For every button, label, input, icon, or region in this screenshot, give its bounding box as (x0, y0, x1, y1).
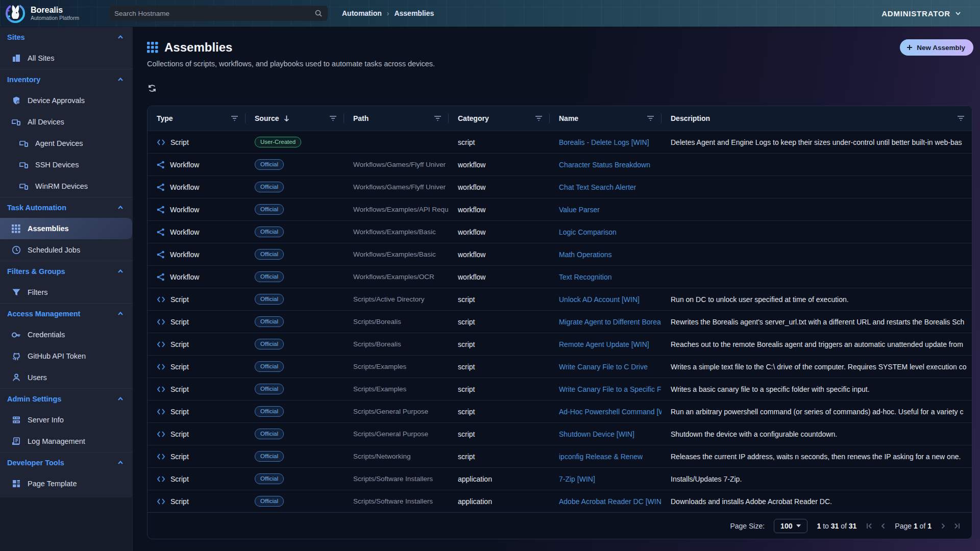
sidebar-item-winrm-devices[interactable]: WinRM Devices (0, 176, 132, 197)
sidebar-item-credentials[interactable]: Credentials (0, 324, 132, 345)
table-row[interactable]: Script User-Created script Borealis - De… (148, 131, 972, 153)
table-row[interactable]: Script Official Scripts/Examples script … (148, 355, 972, 378)
assembly-name-link[interactable]: Value Parser (559, 206, 600, 214)
brand-subtitle: Automation Platform (31, 15, 79, 21)
table-row[interactable]: Workflow Official Workflows/Examples/Bas… (148, 243, 972, 265)
source-cell: Official (246, 333, 344, 355)
search-input[interactable] (114, 10, 314, 17)
assembly-name-link[interactable]: Chat Text Search Alerter (559, 183, 636, 191)
assembly-name-link[interactable]: Remote Agent Update [WIN] (559, 340, 649, 348)
sort-desc-icon[interactable] (283, 115, 290, 122)
assembly-name-link[interactable]: Adobe Acrobat Reader DC [WIN (559, 497, 662, 506)
assembly-name-link[interactable]: Write Canary File to a Specific F (559, 385, 661, 393)
assembly-name-link[interactable]: Migrate Agent to Different Borea (559, 318, 661, 326)
sidebar-item-filters[interactable]: Filters (0, 282, 132, 303)
sidebar-item-log-management[interactable]: Log Management (0, 431, 132, 452)
filter-icon[interactable] (647, 115, 654, 121)
last-page-icon[interactable] (953, 522, 961, 530)
chevron-up-icon (117, 395, 124, 403)
column-header-type[interactable]: Type (148, 106, 246, 131)
section-header-task-automation[interactable]: Task Automation (0, 197, 132, 218)
column-header-path[interactable]: Path (344, 106, 449, 131)
assembly-name-link[interactable]: Text Recognition (559, 273, 612, 281)
table-row[interactable]: Workflow Official Workflows/Examples/OCR… (148, 265, 972, 288)
assembly-name-link[interactable]: ipconfig Release & Renew (559, 453, 643, 461)
table-row[interactable]: Script Official Scripts/Networking scrip… (148, 445, 972, 467)
type-label: Script (170, 385, 189, 393)
table-row[interactable]: Script Official Scripts/General Purpose … (148, 422, 972, 445)
table-row[interactable]: Script Official Scripts/Borealis script … (148, 333, 972, 355)
table-row[interactable]: Script Official Scripts/Software Install… (148, 467, 972, 490)
type-label: Workflow (170, 273, 199, 281)
column-header-name[interactable]: Name (550, 106, 662, 131)
breadcrumb-current[interactable]: Assemblies (394, 9, 434, 17)
section-header-sites[interactable]: Sites (0, 27, 132, 47)
category-cell: script (449, 333, 550, 355)
user-menu[interactable]: ADMINISTRATOR (881, 9, 962, 18)
pagination-bar: Page Size: 100 1 to 31 of 31 Page 1 of 1 (148, 512, 972, 539)
table-row[interactable]: Workflow Official Workflows/Games/Flyff … (148, 153, 972, 176)
page-size-select[interactable]: 100 (774, 519, 807, 533)
breadcrumb-parent[interactable]: Automation (342, 9, 382, 17)
sidebar-item-github-api-token[interactable]: GitHub API Token (0, 345, 132, 367)
chevron-up-icon (117, 204, 124, 211)
assembly-name-link[interactable]: Math Operations (559, 251, 612, 259)
table-row[interactable]: Workflow Official Workflows/Examples/Bas… (148, 220, 972, 243)
workflow-icon (157, 206, 165, 214)
refresh-icon[interactable] (147, 83, 157, 93)
sidebar-item-label: SSH Devices (35, 161, 79, 169)
devices-icon (19, 139, 29, 148)
category-cell: script (449, 356, 550, 378)
code-icon (157, 453, 165, 460)
assembly-name-link[interactable]: Ad-Hoc Powershell Command [W (559, 408, 662, 416)
section-header-admin-settings[interactable]: Admin Settings (0, 389, 132, 409)
filter-icon[interactable] (231, 115, 238, 121)
sidebar-item-all-sites[interactable]: All Sites (0, 47, 132, 69)
assembly-name-link[interactable]: Logic Comparison (559, 228, 617, 236)
hostname-search[interactable] (109, 6, 328, 21)
section-header-inventory[interactable]: Inventory (0, 69, 132, 90)
assembly-name-link[interactable]: Unlock AD Account [WIN] (559, 295, 640, 304)
sidebar-item-scheduled-jobs[interactable]: Scheduled Jobs (0, 239, 132, 261)
sidebar-item-agent-devices[interactable]: Agent Devices (0, 133, 132, 154)
name-cell: 7-Zip [WIN] (550, 468, 662, 490)
column-header-description[interactable]: Description (662, 106, 972, 131)
new-assembly-button[interactable]: New Assembly (900, 39, 973, 56)
workflow-icon (157, 273, 165, 281)
path-cell: Workflows/Games/Flyff Univer (344, 154, 449, 176)
sidebar-item-all-devices[interactable]: All Devices (0, 111, 132, 133)
previous-page-icon[interactable] (880, 522, 886, 530)
section-header-filters-groups[interactable]: Filters & Groups (0, 261, 132, 282)
sidebar-item-server-info[interactable]: Server Info (0, 409, 132, 431)
table-row[interactable]: Script Official Scripts/Examples script … (148, 378, 972, 400)
brand: Borealis Automation Platform (0, 3, 128, 23)
column-header-category[interactable]: Category (449, 106, 550, 131)
sidebar-item-page-template[interactable]: Page Template (0, 473, 132, 494)
table-row[interactable]: Script Official Scripts/Active Directory… (148, 288, 972, 310)
table-row[interactable]: Script Official Scripts/General Purpose … (148, 400, 972, 422)
sidebar-item-ssh-devices[interactable]: SSH Devices (0, 154, 132, 176)
table-row[interactable]: Script Official Scripts/Borealis script … (148, 310, 972, 333)
assembly-name-link[interactable]: Shutdown Device [WIN] (559, 430, 634, 438)
table-row[interactable]: Script Official Scripts/Software Install… (148, 490, 972, 512)
type-cell: Workflow (148, 198, 246, 220)
next-page-icon[interactable] (941, 522, 946, 530)
assembly-name-link[interactable]: Character Status Breakdown (559, 161, 650, 169)
section-header-access-management[interactable]: Access Management (0, 304, 132, 324)
filter-icon[interactable] (329, 115, 337, 121)
sidebar-item-assemblies[interactable]: Assemblies (0, 218, 132, 239)
first-page-icon[interactable] (866, 522, 873, 530)
filter-icon[interactable] (957, 115, 965, 121)
table-row[interactable]: Workflow Official Workflows/Examples/API… (148, 198, 972, 220)
column-header-source[interactable]: Source (246, 106, 344, 131)
assembly-name-link[interactable]: Borealis - Delete Logs [WIN] (559, 138, 649, 146)
table-row[interactable]: Workflow Official Workflows/Games/Flyff … (148, 176, 972, 198)
sidebar-item-users[interactable]: Users (0, 367, 132, 388)
code-icon (157, 363, 165, 370)
filter-icon[interactable] (434, 115, 442, 121)
filter-icon[interactable] (535, 115, 543, 121)
sidebar-item-device-approvals[interactable]: Device Approvals (0, 90, 132, 111)
assembly-name-link[interactable]: 7-Zip [WIN] (559, 475, 595, 483)
section-header-developer-tools[interactable]: Developer Tools (0, 453, 132, 473)
assembly-name-link[interactable]: Write Canary File to C Drive (559, 363, 648, 371)
